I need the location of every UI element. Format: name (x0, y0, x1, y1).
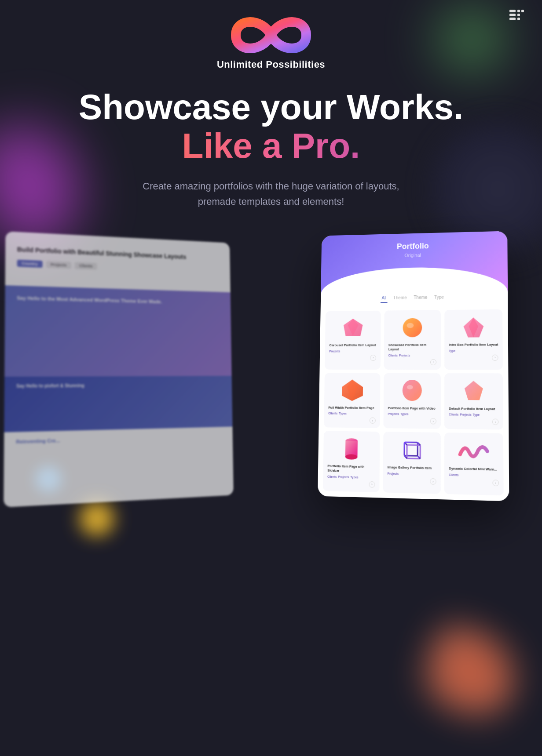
shape-cube-purple (396, 436, 428, 464)
shape-sphere-peach (397, 378, 428, 404)
item-2-icon: › (430, 359, 436, 365)
item-7-tags: Clients Projects Types (327, 475, 375, 480)
svg-rect-0 (509, 10, 516, 12)
tab-theme2[interactable]: Theme (413, 293, 428, 302)
portfolio-header-wave (321, 266, 508, 295)
portfolio-item-3: Intro Box Portfolio Item Layout Type › (444, 309, 503, 370)
portfolio-item-5: Portfolio Item Page with Video Projects … (383, 373, 441, 429)
item-3-name: Intro Box Portfolio Item Layout (449, 343, 498, 347)
hero-subtitle: Create amazing portfolios with the huge … (139, 178, 403, 209)
laptop-reinvent-text: Reinventing Cre... (16, 433, 223, 445)
item-5-icon: › (430, 418, 436, 425)
laptop-section1-text: Say Hello to the Most Advanced WordPress… (17, 294, 220, 307)
svg-rect-3 (517, 10, 520, 12)
item-4-action: › (328, 417, 376, 424)
laptop-filters: Country Projects Clients (17, 260, 220, 275)
portfolio-item-6: Default Portfolio Item Layout Clients Pr… (444, 373, 503, 430)
item-2-action: › (388, 359, 436, 365)
portfolio-item-4: Full Width Portfolio Item Page Clients T… (324, 373, 380, 429)
item-8-action: › (387, 477, 436, 485)
item-5-tags: Projects Types (388, 413, 436, 416)
item-4-icon: › (370, 418, 376, 424)
svg-point-9 (403, 318, 422, 337)
item-8-icon: › (430, 478, 436, 485)
item-6-name: Default Portfolio Item Layout (449, 407, 498, 411)
item-5-name: Portfolio Item Page with Video (388, 406, 436, 411)
svg-rect-4 (517, 14, 520, 16)
portfolio-card-header: Portfolio Original (321, 231, 508, 295)
item-6-icon: › (492, 419, 499, 425)
tab-all[interactable]: All (381, 294, 387, 303)
brand-icon (509, 9, 524, 28)
portfolio-item-7: Portfolio Item Page with Sidebar Clients… (323, 431, 380, 492)
portfolio-item-9: Dynamic Colorful Mini Warn... Clients › (444, 433, 504, 496)
svg-rect-1 (509, 14, 516, 16)
portfolio-item-2: Showcase Portfolio Item Layout Clients P… (384, 310, 441, 370)
item-1-tags: Projects (329, 349, 376, 353)
shape-gem-coral (337, 377, 367, 403)
shape-gem-peach (458, 378, 490, 404)
item-9-tags: Clients (449, 473, 499, 478)
laptop-mockup: Build Portfolio with Beautiful Stunning … (4, 232, 234, 508)
filter-country: Country (17, 260, 43, 268)
shape-wave-pink (458, 437, 490, 465)
svg-rect-6 (521, 10, 524, 12)
svg-rect-2 (509, 18, 516, 20)
item-7-icon: › (369, 481, 375, 488)
item-3-tags: Type (449, 349, 498, 353)
item-3-icon: › (492, 355, 498, 361)
laptop-section2-text: Say Hello to pixfort & Stunning (16, 382, 222, 389)
hero-section: Showcase your Works. Like a Pro. Create … (35, 70, 507, 218)
hero-title-line2: Like a Pro. (79, 127, 463, 165)
item-7-name: Portfolio Item Page with Sidebar (327, 464, 375, 474)
header-section: Unlimited Possibilities (0, 0, 542, 70)
portfolio-item-1: Carousel Portfolio Item Layout Projects … (325, 311, 381, 370)
portfolio-card: Portfolio Original All Theme Theme Type (318, 231, 509, 502)
shape-sphere-orange (397, 315, 428, 341)
logo-tagline: Unlimited Possibilities (217, 59, 325, 70)
item-8-name: Image Gallery Portfolio Item (388, 465, 436, 471)
svg-point-20 (345, 454, 357, 460)
item-7-action: › (327, 480, 375, 488)
tab-theme1[interactable]: Theme (392, 294, 408, 303)
portfolio-item-8: Image Gallery Portfolio Item Projects › (383, 432, 441, 494)
mockup-section: Build Portfolio with Beautiful Stunning … (0, 218, 542, 614)
item-4-tags: Clients Types (328, 412, 376, 415)
svg-rect-5 (517, 18, 520, 20)
item-1-icon: › (370, 355, 376, 361)
svg-point-15 (402, 380, 421, 401)
item-2-name: Showcase Portfolio Item Layout (388, 343, 436, 352)
hero-title-line1: Showcase your Works. (79, 88, 463, 127)
item-8-tags: Projects (388, 472, 436, 476)
filter-clients: Clients (75, 262, 97, 270)
logo-infinity (218, 9, 324, 63)
item-6-tags: Clients Projects Type (449, 413, 498, 417)
item-9-name: Dynamic Colorful Mini Warn... (449, 467, 499, 472)
shape-gem-pink (338, 315, 368, 341)
tab-type[interactable]: Type (433, 293, 445, 302)
item-3-action: › (449, 355, 498, 361)
shape-gem-pink2 (458, 314, 489, 341)
item-1-name: Carousel Portfolio Item Layout (329, 343, 376, 348)
item-9-icon: › (492, 480, 499, 487)
portfolio-grid: Carousel Portfolio Item Layout Projects … (318, 306, 509, 501)
item-9-action: › (449, 479, 499, 486)
shape-cylinder-pink (336, 436, 366, 463)
item-4-name: Full Width Portfolio Item Page (328, 406, 376, 411)
item-1-action: › (329, 355, 376, 361)
filter-projects: Projects (46, 261, 71, 269)
item-2-tags: Clients Projects (388, 354, 437, 357)
svg-marker-17 (464, 381, 483, 400)
item-5-action: › (388, 418, 436, 425)
item-6-action: › (449, 418, 498, 425)
